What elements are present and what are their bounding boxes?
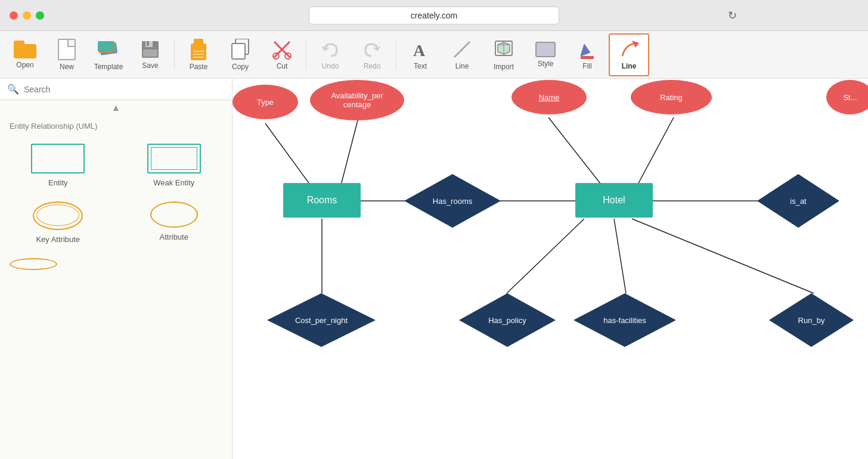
fill-label: Fill [582, 62, 591, 70]
undo-label: Undo [322, 62, 339, 70]
er-attribute-status[interactable]: St... [826, 80, 868, 114]
sidebar-item-attribute[interactable]: Attribute [121, 197, 228, 249]
er-relationship-has-policy[interactable]: Has_policy [459, 293, 556, 347]
er-relationship-cost-per-night[interactable]: Cost_per_night [267, 293, 376, 347]
sidebar-bottom-shapes [0, 253, 232, 275]
er-relationship-has-rooms[interactable]: Has_rooms [404, 174, 501, 228]
er-attribute-rating-label: Rating [660, 93, 683, 102]
open-button[interactable]: Open [5, 33, 45, 76]
new-label: New [60, 63, 74, 71]
line-tool-label: Line [455, 62, 469, 70]
key-attribute-label: Key Attribute [36, 235, 80, 244]
line-active-icon [619, 39, 639, 60]
weak-entity-label: Weak Entity [153, 178, 194, 187]
sidebar-item-weak-entity[interactable]: Weak Entity [121, 139, 228, 192]
line-active-button[interactable]: Line [609, 33, 649, 76]
line-tool-icon [452, 39, 472, 60]
er-attribute-name-label: Name [539, 93, 560, 102]
svg-rect-5 [232, 44, 245, 59]
er-entity-rooms-label: Rooms [307, 195, 337, 206]
entity-shape-preview [31, 144, 85, 173]
refresh-icon[interactable]: ↻ [728, 9, 737, 22]
paste-label: Paste [190, 63, 208, 71]
svg-rect-3 [143, 49, 157, 57]
new-file-icon [58, 39, 76, 60]
er-attribute-status-label: St... [843, 93, 857, 102]
er-entity-rooms[interactable]: Rooms [283, 183, 361, 218]
er-relationship-run-by[interactable]: Run_by [769, 293, 854, 347]
sidebar-category-label: Entity Relationship (UML) [0, 116, 232, 134]
redo-button[interactable]: Redo [352, 33, 392, 76]
er-attribute-availability-label: Availability_percentage [331, 91, 383, 109]
undo-button[interactable]: Undo [310, 33, 351, 76]
fill-button[interactable]: Fill [567, 33, 607, 76]
entity-label: Entity [48, 178, 68, 187]
sidebar-item-entity[interactable]: Entity [5, 139, 111, 192]
template-label: Template [94, 63, 123, 71]
er-relationship-is-at-label: is_at [790, 197, 806, 206]
main-content: 🔍 ▲ Entity Relationship (UML) Entity Wea… [0, 79, 868, 459]
redo-icon [362, 39, 382, 60]
svg-rect-2 [147, 41, 149, 46]
er-relationship-has-rooms-label: Has_rooms [433, 197, 472, 206]
er-attribute-rating[interactable]: Rating [631, 80, 712, 114]
svg-line-25 [507, 219, 584, 293]
search-input[interactable] [24, 85, 225, 94]
maximize-button[interactable] [36, 11, 44, 20]
canvas[interactable]: Type Availability_percentage Name Rating… [232, 79, 868, 459]
er-attribute-name[interactable]: Name [512, 80, 587, 114]
copy-button[interactable]: Copy [220, 33, 261, 76]
svg-line-26 [614, 219, 626, 293]
shape-grid: Entity Weak Entity Key Attribute Attribu… [0, 134, 232, 253]
undo-icon [320, 39, 340, 60]
svg-line-27 [632, 219, 814, 293]
line-tool-button[interactable]: Line [442, 33, 482, 76]
title-bar: creately.com ↻ [0, 0, 868, 31]
er-relationship-has-policy-label: Has_policy [488, 316, 526, 325]
url-bar[interactable]: creately.com [309, 7, 559, 24]
style-label: Style [538, 60, 554, 68]
text-label: Text [414, 62, 427, 70]
style-icon [535, 42, 556, 57]
attribute-shape-preview [150, 201, 198, 228]
style-button[interactable]: Style [525, 33, 566, 76]
er-attribute-type[interactable]: Type [232, 85, 298, 119]
scroll-up-arrow[interactable]: ▲ [0, 100, 232, 116]
paste-button[interactable]: Paste [178, 33, 219, 76]
svg-lines [232, 79, 868, 459]
save-label: Save [142, 61, 158, 70]
text-button[interactable]: A Text [400, 33, 441, 76]
template-button[interactable]: Template [88, 33, 129, 76]
svg-rect-16 [581, 56, 594, 59]
line-active-label: Line [622, 62, 637, 70]
paste-icon [189, 39, 208, 60]
import-icon [493, 39, 514, 60]
save-icon [141, 40, 160, 59]
er-relationship-is-at[interactable]: is_at [757, 174, 839, 228]
separator-2 [306, 40, 306, 70]
cut-button[interactable]: Cut [262, 33, 302, 76]
er-relationship-has-facilities[interactable]: has-facilities [574, 293, 676, 347]
partial-attribute-shape [10, 258, 57, 270]
er-attribute-availability[interactable]: Availability_percentage [310, 80, 404, 120]
svg-text:A: A [413, 41, 426, 60]
url-text: creately.com [411, 11, 457, 20]
er-entity-hotel-label: Hotel [603, 195, 625, 206]
save-button[interactable]: Save [130, 33, 170, 76]
toolbar: Open New Template Save [0, 31, 868, 79]
key-attribute-shape-preview [33, 201, 83, 230]
sidebar: 🔍 ▲ Entity Relationship (UML) Entity Wea… [0, 79, 232, 459]
traffic-lights [10, 11, 44, 20]
import-button[interactable]: Import [483, 33, 524, 76]
separator-1 [174, 40, 175, 70]
open-label: Open [16, 61, 33, 69]
new-button[interactable]: New [46, 33, 87, 76]
er-attribute-type-label: Type [257, 98, 274, 107]
sidebar-item-key-attribute[interactable]: Key Attribute [5, 197, 111, 249]
text-icon: A [410, 39, 430, 60]
close-button[interactable] [10, 11, 18, 20]
search-bar: 🔍 [0, 79, 232, 100]
minimize-button[interactable] [23, 11, 31, 20]
er-entity-hotel[interactable]: Hotel [575, 183, 653, 218]
template-icon [98, 39, 119, 60]
